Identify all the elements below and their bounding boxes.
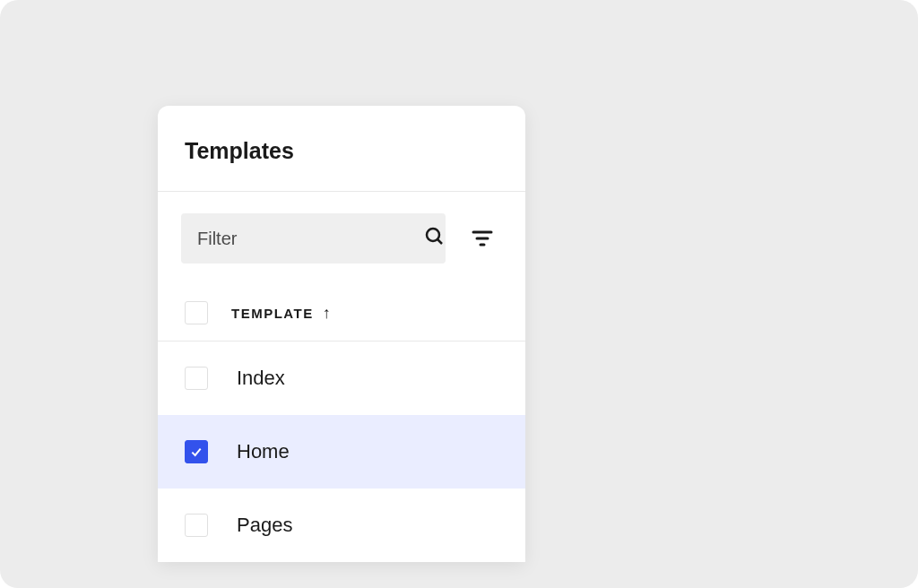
table-row[interactable]: Index (158, 342, 525, 415)
select-all-checkbox[interactable] (185, 301, 208, 324)
search-icon[interactable] (424, 226, 446, 251)
row-checkbox[interactable] (185, 367, 208, 390)
item-label: Home (237, 440, 290, 463)
filter-input-wrapper[interactable] (181, 213, 446, 264)
table-row[interactable]: Home (158, 415, 525, 489)
sort-ascending-icon: ↑ (323, 305, 333, 321)
filter-options-button[interactable] (471, 227, 494, 250)
item-label: Pages (237, 514, 292, 537)
panel-title: Templates (185, 138, 498, 164)
svg-point-0 (427, 229, 439, 241)
column-header-row: TEMPLATE ↑ (158, 285, 525, 342)
svg-line-1 (437, 239, 442, 244)
item-label: Index (237, 367, 285, 390)
filter-section (158, 192, 525, 285)
row-checkbox[interactable] (185, 440, 208, 463)
filter-input[interactable] (197, 229, 424, 249)
table-row[interactable]: Pages (158, 489, 525, 562)
column-header-label: TEMPLATE (231, 306, 314, 321)
panel-header: Templates (158, 106, 525, 192)
templates-panel: Templates (158, 106, 525, 562)
row-checkbox[interactable] (185, 514, 208, 537)
app-canvas: Templates (0, 0, 918, 588)
template-column-header[interactable]: TEMPLATE ↑ (231, 305, 332, 321)
